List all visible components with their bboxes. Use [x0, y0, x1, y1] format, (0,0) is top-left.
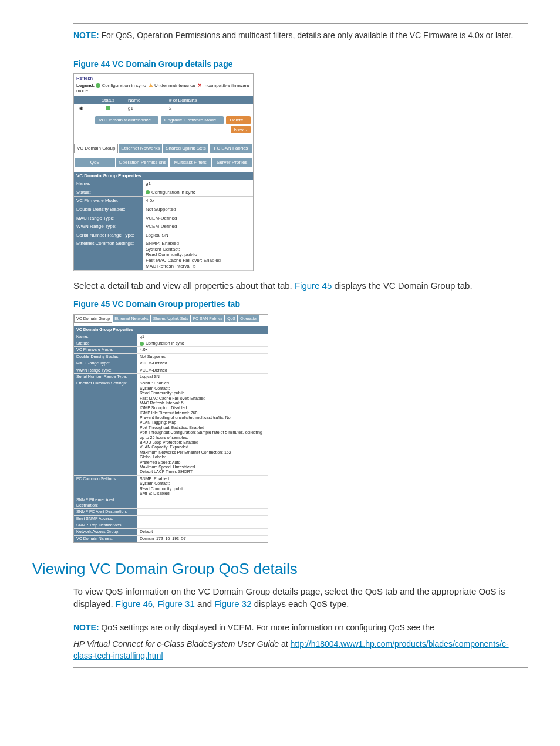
figure-44-title: Figure 44 VC Domain Group details page [73, 59, 528, 70]
fig44-props-table: Name:g1 Status:Configuration in sync VC … [74, 180, 253, 271]
legend: Legend: Configuration in sync Under main… [74, 82, 253, 96]
link-figure-31[interactable]: Figure 31 [157, 599, 194, 609]
figure-45-title: Figure 45 VC Domain Group properties tab [73, 299, 528, 310]
refresh-link: Refresh [74, 74, 253, 82]
heading-qos-details: Viewing VC Domain Group QoS details [32, 558, 528, 579]
delete-button: Delete... [226, 116, 251, 124]
note-text: QoS settings are only displayed in VCEM.… [101, 623, 434, 632]
note-label: NOTE: [73, 31, 99, 40]
link-figure-32[interactable]: Figure 32 [214, 599, 251, 609]
note-text: For QoS, Operation Permissions and multi… [101, 31, 513, 40]
new-button: New... [231, 126, 251, 134]
maint-button: VC Domain Maintenance... [95, 116, 158, 124]
note-label: NOTE: [73, 623, 99, 632]
note-box-1: NOTE: For QoS, Operation Permissions and… [73, 23, 528, 48]
figure-44-screenshot: Refresh Legend: Configuration in sync Un… [73, 73, 254, 271]
paragraph-1: Select a detail tab and view all propert… [73, 279, 528, 292]
guide-title: HP Virtual Connect for c-Class BladeSyst… [73, 639, 279, 649]
link-figure-46[interactable]: Figure 46 [116, 599, 153, 609]
upgrade-button: Upgrade Firmware Mode... [161, 116, 224, 124]
link-figure-45[interactable]: Figure 45 [295, 281, 332, 291]
paragraph-2: To view QoS information on the VC Domain… [73, 585, 528, 610]
figure-45-screenshot: VC Domain Group Ethernet Networks Shared… [73, 314, 268, 543]
note-box-2: NOTE: QoS settings are only displayed in… [73, 616, 528, 668]
